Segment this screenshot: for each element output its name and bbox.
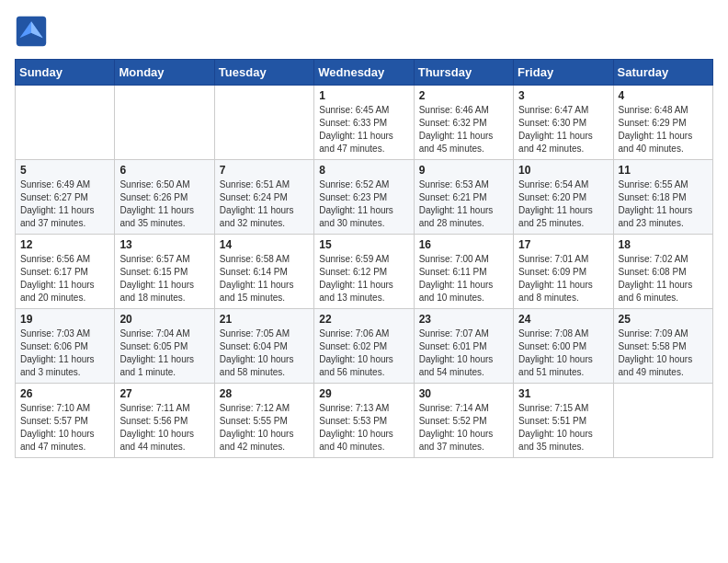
calendar-header-row: SundayMondayTuesdayWednesdayThursdayFrid… [16,60,713,86]
calendar-cell: 18Sunrise: 7:02 AM Sunset: 6:08 PM Dayli… [613,235,712,309]
day-number: 10 [518,164,608,177]
day-number: 13 [119,238,209,251]
day-number: 20 [119,313,209,326]
calendar-cell: 10Sunrise: 6:54 AM Sunset: 6:20 PM Dayli… [514,160,613,235]
day-info: Sunrise: 6:50 AM Sunset: 6:26 PM Dayligh… [119,178,209,230]
calendar-cell: 29Sunrise: 7:13 AM Sunset: 5:53 PM Dayli… [314,384,414,458]
day-info: Sunrise: 7:06 AM Sunset: 6:02 PM Dayligh… [319,327,408,379]
day-number: 24 [518,313,608,326]
day-number: 5 [20,164,109,177]
weekday-header: Sunday [16,60,115,86]
day-info: Sunrise: 7:02 AM Sunset: 6:08 PM Dayligh… [619,253,708,304]
day-number: 25 [619,313,708,326]
day-info: Sunrise: 7:14 AM Sunset: 5:52 PM Dayligh… [419,402,508,454]
day-number: 4 [619,89,708,102]
day-info: Sunrise: 6:48 AM Sunset: 6:29 PM Dayligh… [619,104,708,155]
day-info: Sunrise: 7:01 AM Sunset: 6:09 PM Dayligh… [518,253,608,304]
calendar-cell: 22Sunrise: 7:06 AM Sunset: 6:02 PM Dayli… [314,309,414,384]
calendar-cell: 12Sunrise: 6:56 AM Sunset: 6:17 PM Dayli… [16,235,115,309]
day-info: Sunrise: 6:53 AM Sunset: 6:21 PM Dayligh… [419,178,508,230]
day-number: 31 [518,387,608,400]
day-number: 14 [220,238,309,251]
calendar-cell: 6Sunrise: 6:50 AM Sunset: 6:26 PM Daylig… [115,160,214,235]
day-number: 18 [619,238,708,251]
calendar-cell: 26Sunrise: 7:10 AM Sunset: 5:57 PM Dayli… [16,384,115,458]
calendar-week-row: 26Sunrise: 7:10 AM Sunset: 5:57 PM Dayli… [16,384,713,458]
calendar-week-row: 1Sunrise: 6:45 AM Sunset: 6:33 PM Daylig… [16,86,713,160]
day-info: Sunrise: 6:57 AM Sunset: 6:15 PM Dayligh… [119,253,209,304]
calendar-cell [613,384,712,458]
calendar-cell: 7Sunrise: 6:51 AM Sunset: 6:24 PM Daylig… [214,160,313,235]
weekday-header: Wednesday [314,60,414,86]
calendar-cell: 21Sunrise: 7:05 AM Sunset: 6:04 PM Dayli… [214,309,313,384]
calendar-cell [16,86,115,160]
calendar-cell: 27Sunrise: 7:11 AM Sunset: 5:56 PM Dayli… [115,384,214,458]
day-info: Sunrise: 6:47 AM Sunset: 6:30 PM Dayligh… [518,104,608,155]
day-number: 6 [119,164,209,177]
weekday-header: Thursday [414,60,513,86]
day-number: 11 [619,164,708,177]
calendar-cell: 25Sunrise: 7:09 AM Sunset: 5:58 PM Dayli… [613,309,712,384]
calendar-cell: 15Sunrise: 6:59 AM Sunset: 6:12 PM Dayli… [314,235,414,309]
day-info: Sunrise: 7:15 AM Sunset: 5:51 PM Dayligh… [518,402,608,454]
calendar-cell [214,86,313,160]
day-number: 23 [419,313,508,326]
day-info: Sunrise: 6:56 AM Sunset: 6:17 PM Dayligh… [20,253,109,304]
calendar-cell: 9Sunrise: 6:53 AM Sunset: 6:21 PM Daylig… [414,160,513,235]
day-info: Sunrise: 7:13 AM Sunset: 5:53 PM Dayligh… [319,402,408,454]
day-info: Sunrise: 7:03 AM Sunset: 6:06 PM Dayligh… [20,327,109,379]
day-info: Sunrise: 6:55 AM Sunset: 6:18 PM Dayligh… [619,178,708,230]
calendar-cell: 28Sunrise: 7:12 AM Sunset: 5:55 PM Dayli… [214,384,313,458]
day-info: Sunrise: 7:10 AM Sunset: 5:57 PM Dayligh… [20,402,109,454]
calendar-cell: 17Sunrise: 7:01 AM Sunset: 6:09 PM Dayli… [514,235,613,309]
day-number: 19 [20,313,109,326]
weekday-header: Saturday [613,60,712,86]
day-info: Sunrise: 7:08 AM Sunset: 6:00 PM Dayligh… [518,327,608,379]
calendar-cell: 13Sunrise: 6:57 AM Sunset: 6:15 PM Dayli… [115,235,214,309]
day-info: Sunrise: 7:05 AM Sunset: 6:04 PM Dayligh… [220,327,309,379]
logo-icon [15,15,48,48]
day-info: Sunrise: 6:58 AM Sunset: 6:14 PM Dayligh… [220,253,309,304]
day-number: 26 [20,387,109,400]
day-number: 8 [319,164,408,177]
calendar-week-row: 19Sunrise: 7:03 AM Sunset: 6:06 PM Dayli… [16,309,713,384]
calendar-cell: 11Sunrise: 6:55 AM Sunset: 6:18 PM Dayli… [613,160,712,235]
weekday-header: Tuesday [214,60,313,86]
calendar-cell: 16Sunrise: 7:00 AM Sunset: 6:11 PM Dayli… [414,235,513,309]
day-number: 28 [220,387,309,400]
day-number: 22 [319,313,408,326]
day-info: Sunrise: 7:12 AM Sunset: 5:55 PM Dayligh… [220,402,309,454]
day-number: 29 [319,387,408,400]
calendar-cell: 30Sunrise: 7:14 AM Sunset: 5:52 PM Dayli… [414,384,513,458]
calendar: SundayMondayTuesdayWednesdayThursdayFrid… [15,59,713,458]
day-number: 1 [319,89,408,102]
day-info: Sunrise: 7:11 AM Sunset: 5:56 PM Dayligh… [119,402,209,454]
weekday-header: Friday [514,60,613,86]
page-header [15,15,713,48]
day-number: 9 [419,164,508,177]
day-number: 30 [419,387,508,400]
day-info: Sunrise: 6:46 AM Sunset: 6:32 PM Dayligh… [419,104,508,155]
day-info: Sunrise: 7:04 AM Sunset: 6:05 PM Dayligh… [119,327,209,379]
day-info: Sunrise: 6:49 AM Sunset: 6:27 PM Dayligh… [20,178,109,230]
day-number: 2 [419,89,508,102]
weekday-header: Monday [115,60,214,86]
day-info: Sunrise: 6:54 AM Sunset: 6:20 PM Dayligh… [518,178,608,230]
calendar-week-row: 12Sunrise: 6:56 AM Sunset: 6:17 PM Dayli… [16,235,713,309]
calendar-cell: 2Sunrise: 6:46 AM Sunset: 6:32 PM Daylig… [414,86,513,160]
calendar-cell: 14Sunrise: 6:58 AM Sunset: 6:14 PM Dayli… [214,235,313,309]
calendar-cell: 8Sunrise: 6:52 AM Sunset: 6:23 PM Daylig… [314,160,414,235]
day-number: 3 [518,89,608,102]
logo [15,15,53,48]
calendar-cell: 20Sunrise: 7:04 AM Sunset: 6:05 PM Dayli… [115,309,214,384]
day-number: 16 [419,238,508,251]
calendar-cell [115,86,214,160]
day-number: 27 [119,387,209,400]
day-number: 21 [220,313,309,326]
day-info: Sunrise: 7:00 AM Sunset: 6:11 PM Dayligh… [419,253,508,304]
calendar-cell: 31Sunrise: 7:15 AM Sunset: 5:51 PM Dayli… [514,384,613,458]
day-info: Sunrise: 6:59 AM Sunset: 6:12 PM Dayligh… [319,253,408,304]
calendar-cell: 24Sunrise: 7:08 AM Sunset: 6:00 PM Dayli… [514,309,613,384]
calendar-cell: 19Sunrise: 7:03 AM Sunset: 6:06 PM Dayli… [16,309,115,384]
calendar-week-row: 5Sunrise: 6:49 AM Sunset: 6:27 PM Daylig… [16,160,713,235]
